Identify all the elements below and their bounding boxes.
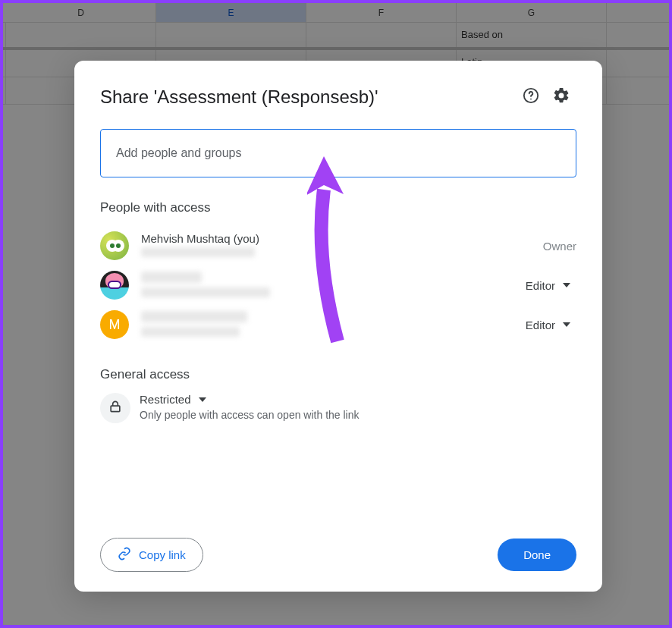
lock-icon: [108, 399, 123, 417]
person-name: [141, 311, 520, 325]
add-people-input[interactable]: [116, 146, 561, 160]
chevron-down-icon: [563, 283, 570, 287]
copy-link-label: Copy link: [139, 548, 186, 561]
gear-icon: [552, 86, 570, 108]
help-button[interactable]: [516, 82, 546, 112]
avatar: [100, 271, 129, 300]
person-name: Mehvish Mushtaq (you): [141, 232, 543, 246]
avatar: M: [100, 310, 129, 339]
help-icon: [523, 87, 539, 107]
svg-rect-2: [111, 406, 120, 412]
link-icon: [118, 547, 131, 563]
svg-point-1: [530, 99, 532, 100]
general-access-heading: General access: [100, 367, 576, 382]
role-label-owner: Owner: [543, 240, 576, 253]
person-email: [141, 327, 520, 339]
role-dropdown[interactable]: Editor: [520, 275, 576, 297]
role-label: Editor: [526, 279, 555, 292]
done-button[interactable]: Done: [498, 539, 576, 571]
person-email: [141, 247, 543, 259]
chevron-down-icon: [199, 397, 206, 402]
person-row: M Editor: [100, 305, 576, 344]
share-dialog: Share 'Assessment (Responsesb)' People w…: [74, 61, 602, 592]
chevron-down-icon: [563, 322, 570, 327]
role-dropdown[interactable]: Editor: [520, 314, 576, 336]
access-mode-dropdown[interactable]: Restricted: [140, 393, 360, 406]
person-name: [141, 272, 520, 286]
person-email: [141, 287, 520, 300]
avatar: [100, 231, 129, 260]
person-row-owner: Mehvish Mushtaq (you) Owner: [100, 226, 576, 265]
settings-button[interactable]: [546, 82, 576, 112]
copy-link-button[interactable]: Copy link: [100, 538, 203, 572]
dialog-title: Share 'Assessment (Responsesb)': [100, 86, 516, 108]
person-row: Editor: [100, 265, 576, 305]
add-people-input-wrapper[interactable]: [100, 129, 576, 177]
people-with-access-heading: People with access: [100, 200, 576, 215]
lock-icon-wrapper: [100, 393, 130, 423]
access-mode-description: Only people with access can open with th…: [140, 409, 360, 421]
role-label: Editor: [526, 319, 555, 331]
access-mode-label: Restricted: [140, 393, 191, 406]
